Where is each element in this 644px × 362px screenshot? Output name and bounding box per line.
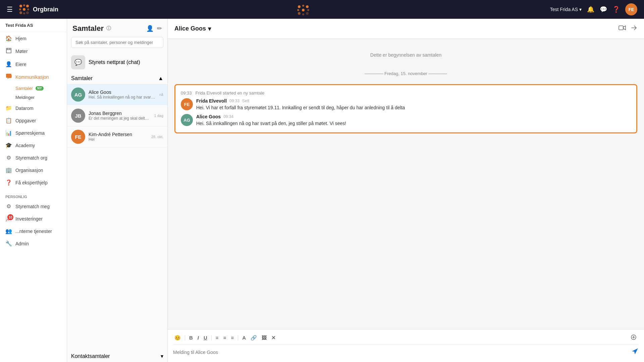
msg-time-alice: 09:34 xyxy=(223,114,233,119)
svg-point-9 xyxy=(298,5,301,8)
svg-point-15 xyxy=(298,12,301,15)
message-input[interactable] xyxy=(173,350,629,355)
emoji-button[interactable]: 😊 xyxy=(173,334,182,342)
conversations-search xyxy=(67,37,167,52)
toolbar-sep-1 xyxy=(185,335,185,341)
conversations-profile-icon[interactable]: 👤 xyxy=(146,25,154,32)
chat-messages: Dette er begynnelsen av samtalen ────── … xyxy=(168,39,644,329)
sidebar-item-label-kommunikasjon: Kommunikasjon xyxy=(15,74,49,80)
svg-point-16 xyxy=(302,13,304,15)
user-avatar[interactable]: FE xyxy=(625,3,637,15)
indent-button[interactable]: ≡ xyxy=(229,334,235,341)
sidebar-item-eksperthjelp[interactable]: ❓ Få eksperthjelp xyxy=(0,176,67,189)
svg-point-12 xyxy=(297,9,299,11)
org-dropdown-icon: ▾ xyxy=(579,7,582,12)
dataroom-icon: 📁 xyxy=(5,105,12,111)
chat-name-dropdown-icon: ▾ xyxy=(208,25,211,33)
chat-icon[interactable]: 💬 xyxy=(600,6,607,13)
conversations-list: AG Alice Goos Hei. Så innkallingen nå og… xyxy=(67,84,167,350)
conv-name-jonas: Jonas Berggren xyxy=(89,111,151,116)
sidebar-sub-item-samtaler[interactable]: Samtaler NY xyxy=(15,84,67,93)
sidebar-item-datarom[interactable]: 📁 Datarom xyxy=(0,102,67,114)
conv-avatar-kim: FE xyxy=(71,130,85,144)
logo: Orgbrain xyxy=(18,3,58,15)
conv-item-alice[interactable]: AG Alice Goos Hei. Så innkallingen nå og… xyxy=(67,84,167,105)
chat-input-box xyxy=(173,345,639,359)
sidebar-item-label-eksperthjelp: Få eksperthjelp xyxy=(15,180,48,185)
system-message: 09:33 Frida Elvevoll started en ny samta… xyxy=(181,89,631,97)
image-button[interactable]: 🖼 xyxy=(260,334,268,341)
styrematch-icon: ⚙ xyxy=(5,155,12,161)
meetings-icon xyxy=(5,48,12,55)
notification-bell-icon[interactable]: 🔔 xyxy=(587,6,594,13)
sidebar: Test Frida AS 🏠 Hjem Møter 👤 Eiere Kommu… xyxy=(0,19,67,362)
conv-info-alice: Alice Goos Hei. Så innkallingen nå og ha… xyxy=(89,89,156,100)
msg-header-frida: Frida Elvevoll 09:33 Sett xyxy=(196,98,631,104)
sidebar-item-sporreskjema[interactable]: 📊 Spørreskjema xyxy=(0,127,67,139)
message-row-1: FE Frida Elvevoll 09:33 Sett Hei. Vi har… xyxy=(181,97,631,113)
kontaktsamtaler-section-header[interactable]: Kontaktsamtaler ▾ xyxy=(67,350,167,362)
communication-icon xyxy=(5,73,12,81)
home-icon: 🏠 xyxy=(5,35,12,42)
sidebar-item-label-sporreskjema: Spørreskjema xyxy=(15,130,45,136)
ordered-list-button[interactable]: ≡ xyxy=(214,334,220,341)
video-call-icon[interactable] xyxy=(619,25,626,33)
chat-contact-name[interactable]: Alice Goos ▾ xyxy=(174,25,211,33)
send-button[interactable] xyxy=(631,348,639,357)
conversations-header: Samtaler ⓘ 👤 ✏ xyxy=(67,19,167,37)
topbar-center xyxy=(296,3,313,15)
underline-button[interactable]: U xyxy=(202,334,209,341)
conv-item-kim[interactable]: FE Kim-André Pettersen Hei 28. okt. xyxy=(67,126,167,147)
conversations-title-icons: 👤 ✏ xyxy=(146,25,162,32)
text-color-button[interactable]: A xyxy=(241,334,247,341)
sidebar-item-investeringer[interactable]: 📈 10 Investeringer xyxy=(0,213,67,225)
sidebar-item-label-datarom: Datarom xyxy=(15,106,34,111)
sidebar-item-oppgaver[interactable]: 📋 Oppgaver xyxy=(0,114,67,127)
exit-chat-icon[interactable] xyxy=(631,25,637,33)
academy-icon: 🎓 xyxy=(5,142,12,148)
conv-avatar-alice: AG xyxy=(71,87,85,102)
menu-icon[interactable]: ☰ xyxy=(7,5,13,13)
sidebar-item-label-eiere: Eiere xyxy=(15,62,26,67)
sidebar-item-moter[interactable]: Møter xyxy=(0,45,67,58)
conversations-help-icon[interactable]: ⓘ xyxy=(106,25,111,32)
help-icon[interactable]: ❓ xyxy=(612,6,620,13)
sidebar-item-academy[interactable]: 🎓 Academy xyxy=(0,139,67,152)
sidebar-item-label-oppgaver: Oppgaver xyxy=(15,118,36,123)
sidebar-item-styrematch-meg[interactable]: ⚙ Styrematch meg xyxy=(0,200,67,213)
sidebar-item-styrematch[interactable]: ⚙ Styrematch org xyxy=(0,152,67,164)
channel-item-styrets-nettprat[interactable]: 💬 Styrets nettprat (chat) xyxy=(67,52,167,73)
sidebar-item-organisasjon[interactable]: 🏢 Organisasjon xyxy=(0,164,67,176)
svg-rect-18 xyxy=(6,74,11,78)
sidebar-item-interne-tjenester[interactable]: 👥 ...nterne tjenester xyxy=(0,225,67,237)
conversations-section-header[interactable]: Samtaler ▲ xyxy=(67,73,167,84)
admin-icon: 🔧 xyxy=(5,240,12,247)
svg-point-14 xyxy=(307,9,309,11)
expert-icon: ❓ xyxy=(5,179,12,186)
channel-name: Styrets nettprat (chat) xyxy=(89,59,140,65)
msg-text-frida: Hei. Vi har et forfall fra styremøtet 19… xyxy=(196,104,631,111)
conv-item-jonas[interactable]: JB Jonas Berggren Er det meningen at jeg… xyxy=(67,105,167,126)
org-selector[interactable]: Test Frida AS ▾ xyxy=(550,7,582,12)
conversations-compose-icon[interactable]: ✏ xyxy=(157,25,162,32)
link-button[interactable]: 🔗 xyxy=(249,334,258,342)
sidebar-sub-item-meldinger[interactable]: Meldinger xyxy=(15,93,67,102)
search-input[interactable] xyxy=(71,37,163,48)
conv-time-kim: 28. okt. xyxy=(151,135,163,139)
unordered-list-button[interactable]: ≡ xyxy=(222,334,228,341)
conv-preview-kim: Hei xyxy=(89,137,148,142)
sidebar-item-hjem[interactable]: 🏠 Hjem xyxy=(0,32,67,45)
center-logo-icon xyxy=(296,3,313,15)
ai-button[interactable] xyxy=(629,334,639,342)
sidebar-item-kommunikasjon[interactable]: Kommunikasjon xyxy=(0,70,67,84)
italic-button[interactable]: I xyxy=(196,334,200,341)
msg-name-alice: Alice Goos xyxy=(196,114,221,119)
sidebar-item-label-organisasjon: Organisasjon xyxy=(15,168,43,173)
clear-button[interactable]: ✕ xyxy=(270,334,277,342)
org-name: Test Frida AS xyxy=(550,7,578,12)
bold-button[interactable]: B xyxy=(188,334,194,341)
sidebar-item-eiere[interactable]: 👤 Eiere xyxy=(0,58,67,70)
sidebar-item-admin[interactable]: 🔧 Admin xyxy=(0,237,67,250)
kontaktsamtaler-title: Kontaktsamtaler xyxy=(71,353,110,359)
topbar: ☰ Orgbrain xyxy=(0,0,644,19)
